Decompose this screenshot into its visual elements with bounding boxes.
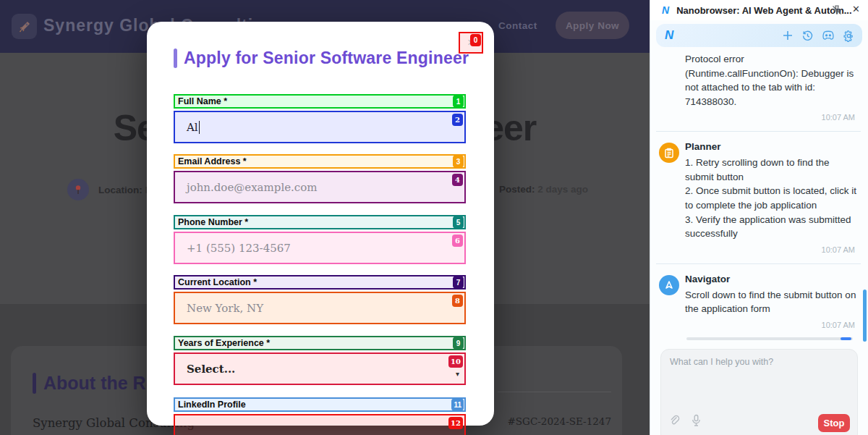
gear-icon[interactable] [843,30,855,42]
som-badge: 9 [453,337,464,350]
text-cursor [199,121,200,134]
apply-now-button[interactable]: Apply Now [556,12,629,39]
som-badge: 0 [470,34,481,46]
som-badge: 7 [453,276,464,289]
vertical-scrollbar[interactable] [863,290,867,342]
linkedin-label: LinkedIn Profile 11 [174,397,466,412]
experience-select[interactable]: Select... ▾ 10 [174,352,466,385]
navigator-avatar [659,275,679,295]
new-chat-icon[interactable] [782,30,793,41]
som-badge: 5 [453,216,464,229]
location-pin-icon [67,179,89,200]
current-location-label: Current Location * 7 [174,275,466,290]
som-badge: 6 [452,235,463,247]
message-timestamp: 10:07 AM [685,321,855,329]
paperclip-icon[interactable] [668,414,680,429]
modal-close-button[interactable]: × 0 [459,32,483,54]
message-divider [656,263,861,264]
som-badge: 4 [452,174,463,186]
side-panel-titlebar: N Nanobrowser: AI Web Agent & Autom... ✕ [650,0,868,20]
horizontal-scrollbar-thumb[interactable] [841,337,851,340]
chat-message-list: Protocol error (Runtime.callFunctionOn):… [656,52,861,337]
modal-title: Apply for Senior Software Engineer [174,48,469,68]
close-panel-icon[interactable]: ✕ [852,4,860,14]
planner-avatar [659,143,679,163]
nanobrowser-logo-icon: N [662,4,669,16]
som-badge: 12 [448,417,463,429]
experience-label: Years of Experience * 9 [174,336,466,350]
chevron-down-icon: ▾ [456,370,459,378]
unpin-icon[interactable] [831,4,843,16]
chat-message: Navigator Scroll down to find the submit… [656,274,861,329]
full-name-label: Full Name * 1 [174,94,466,109]
som-badge: 1 [453,96,464,108]
details-divider [498,392,611,392]
phone-label: Phone Number * 5 [174,215,466,229]
message-timestamp: 10:07 AM [685,113,855,122]
stop-button[interactable]: Stop [818,414,850,432]
title-accent-bar [174,48,177,68]
chat-message: Protocol error (Runtime.callFunctionOn):… [656,52,861,122]
som-badge: 2 [452,114,463,126]
panel-header: N [656,24,862,47]
full-name-input[interactable]: Al 2 [174,111,466,143]
microphone-icon[interactable] [692,414,701,429]
history-icon[interactable] [801,30,814,42]
discord-icon[interactable] [822,30,835,41]
message-timestamp: 10:07 AM [685,245,855,254]
chat-message: Planner 1. Retry scrolling down to find … [656,141,861,253]
side-panel-title: Nanobrowser: AI Web Agent & Autom... [676,5,851,16]
agent-name: Navigator [685,274,858,284]
linkedin-input[interactable]: 12 [174,414,466,435]
nav-contact-link[interactable]: Contact [498,20,537,31]
agent-name: Planner [685,141,858,152]
message-divider [656,131,861,132]
current-location-input[interactable]: New York, NY 8 [174,292,466,324]
posted-text: Posted: 2 days ago [499,184,588,195]
chat-input[interactable]: What can I help you with? Stop [660,349,858,435]
som-badge: 3 [453,156,464,168]
som-badge: 8 [452,295,463,307]
nanobrowser-side-panel: N Nanobrowser: AI Web Agent & Autom... ✕… [650,0,868,435]
nanobrowser-logo-icon: N [665,28,673,43]
som-badge: 11 [451,399,464,411]
phone-input[interactable]: +1 (555) 123-4567 6 [174,232,466,264]
som-badge: 10 [448,355,463,368]
email-label: Email Address * 3 [174,154,466,169]
email-input[interactable]: john.doe@example.com 4 [174,171,466,203]
chat-input-section: What can I help you with? Stop [650,342,868,435]
rocket-logo-icon [12,14,37,39]
horizontal-scrollbar[interactable] [686,337,853,340]
